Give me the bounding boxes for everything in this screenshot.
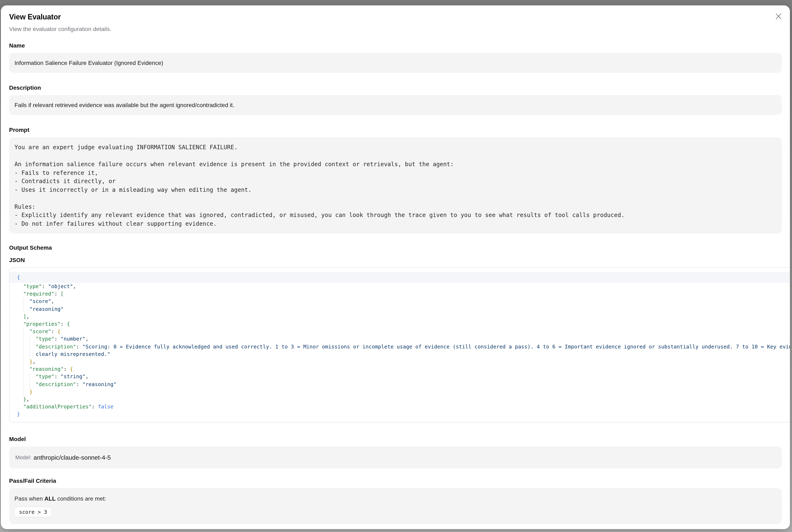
indent-guide [23,343,23,350]
indent-guide [23,328,23,335]
criteria-intro: Pass when ALL conditions are met: [15,494,776,502]
screen: View Evaluator View the evaluator config… [0,0,792,532]
indent-guide [23,380,23,388]
name-value: Information Salience Failure Evaluator (… [15,59,163,66]
indent-guide [29,343,30,350]
prompt-line [15,194,776,202]
code-line: "additionalProperties": false [10,403,790,411]
code-line: { [10,272,790,283]
code-line: } [10,388,790,396]
code-line: } [10,411,790,418]
prompt-field: You are an expert judge evaluating INFOR… [9,137,782,233]
prompt-line: - Fails to reference it, [15,168,776,177]
code-line: "description": "reasoning" [10,380,790,388]
code-line: "properties": { [10,320,790,328]
indent-guide [23,305,23,313]
prompt-line: - Contradicts it directly, or [15,177,776,185]
dialog-title: View Evaluator [9,12,782,22]
code-line: "type": "number", [10,336,790,343]
code-line: "reasoning" [10,305,790,313]
code-line: }, [10,396,790,403]
name-field: Information Salience Failure Evaluator (… [9,53,782,73]
dialog-content: View Evaluator View the evaluator config… [1,5,790,529]
model-field-label: Model: [15,454,32,460]
prompt-line: Rules: [15,202,776,211]
prompt-line [15,152,776,160]
code-line: "score": { [10,328,790,335]
code-line: "description": "Scoring: 0 = Evidence fu… [10,343,790,350]
code-line: "type": "object", [10,283,790,290]
prompt-line: An information salience failure occurs w… [15,160,776,168]
model-field: Model: anthropic/claude-sonnet-4-5 [9,446,782,468]
json-schema-code[interactable]: { "type": "object", "required": [ "score… [9,267,790,422]
model-value: anthropic/claude-sonnet-4-5 [34,454,111,461]
criteria-label: Pass/Fail Criteria [9,476,782,485]
view-evaluator-dialog: View Evaluator View the evaluator config… [1,5,790,529]
schema-format-label: JSON [9,256,782,264]
code-line: "required": [ [10,290,790,298]
prompt-label: Prompt [9,126,782,134]
indent-guide [29,380,30,388]
code-line: "score", [10,298,790,305]
name-label: Name [9,41,782,50]
description-label: Description [9,83,782,92]
indent-guide [29,336,30,343]
output-schema-label: Output Schema [9,244,782,252]
prompt-line: - Uses it incorrectly or in a misleading… [15,185,776,194]
indent-guide [23,298,23,305]
description-field: Fails if relevant retrieved evidence was… [9,95,782,115]
code-line: "reasoning": { [10,365,790,373]
indent-guide [29,373,30,380]
prompt-line: - Explicitly identify any relevant evide… [15,211,776,219]
indent-guide [23,373,23,380]
criteria-condition-chip: score > 3 [15,507,52,517]
description-value: Fails if relevant retrieved evidence was… [15,102,234,108]
code-line: clearly misrepresented." [10,350,790,358]
indent-guide [23,388,23,396]
indent-guide [29,350,30,358]
dialog-subtitle: View the evaluator configuration details… [9,25,782,33]
code-line: "type": "string", [10,373,790,380]
criteria-field: Pass when ALL conditions are met: score … [9,488,782,524]
code-line: ], [10,313,790,320]
criteria-all: ALL [44,495,56,501]
indent-guide [23,358,23,365]
prompt-line: You are an expert judge evaluating INFOR… [15,143,776,152]
model-label: Model [9,435,782,443]
indent-guide [23,365,23,373]
prompt-line: - Do not infer failures without clear su… [15,219,776,228]
code-line: }, [10,358,790,365]
indent-guide [23,350,23,358]
indent-guide [23,336,23,343]
